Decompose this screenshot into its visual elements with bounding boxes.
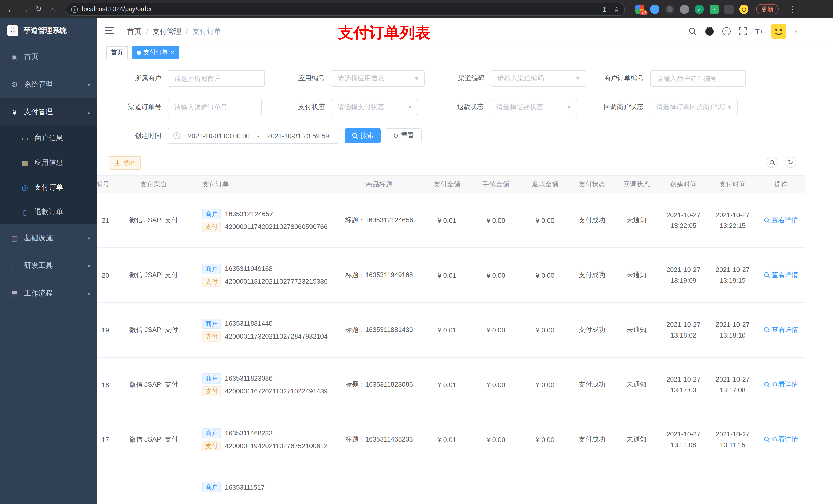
back-icon[interactable]: ← bbox=[4, 2, 18, 16]
sidebar-item-label: 应用信息 bbox=[34, 158, 90, 167]
extension-colorful-icon[interactable]: 10 bbox=[635, 5, 644, 14]
view-detail-link[interactable]: 查看详情 bbox=[764, 435, 798, 444]
forward-icon[interactable]: → bbox=[18, 2, 32, 16]
pay-order-cell: 商户16353111517 bbox=[197, 467, 336, 495]
app-logo[interactable]: 芋道管理系统 bbox=[0, 19, 97, 43]
chevron-down-icon: ▾ bbox=[88, 291, 90, 296]
select-placeholder: 请选择支付状态 bbox=[338, 102, 384, 112]
extension-emoji-icon[interactable] bbox=[739, 5, 748, 14]
actions-cell: 查看详情 bbox=[757, 270, 805, 280]
date-end: 2021-10-31 23:59:59 bbox=[263, 132, 334, 140]
sidebar-item-merchant-info[interactable]: ▭ 商户信息 bbox=[0, 126, 97, 150]
avatar[interactable] bbox=[771, 24, 786, 39]
sidebar-item-infra[interactable]: ▥ 基础设施 ▾ bbox=[0, 224, 97, 252]
github-icon[interactable] bbox=[705, 27, 714, 36]
view-detail-link[interactable]: 查看详情 bbox=[764, 216, 798, 225]
toggle-search-button[interactable] bbox=[766, 157, 778, 168]
font-size-icon[interactable]: TT bbox=[755, 27, 763, 35]
filter-app: 应用编号 请选择应用信息 ▾ bbox=[284, 70, 425, 87]
sidebar-item-workflow[interactable]: ▦ 工作流程 ▾ bbox=[0, 280, 97, 307]
merchant-tag: 商户 bbox=[203, 482, 221, 492]
pay-amount: ¥ 0.01 bbox=[423, 271, 471, 279]
export-button-label: 导出 bbox=[123, 159, 135, 167]
sidebar-item-payment[interactable]: ¥ 支付管理 ▴ bbox=[0, 98, 97, 126]
date-separator: - bbox=[257, 132, 260, 140]
view-detail-link[interactable]: 查看详情 bbox=[764, 325, 798, 334]
channel-code-select[interactable]: 请输入渠道编码 ▾ bbox=[491, 70, 586, 87]
merchant-input[interactable] bbox=[168, 70, 265, 87]
pay-status-select[interactable]: 请选择支付状态 ▾ bbox=[331, 99, 418, 115]
top-navbar: 首页 / 支付管理 / 支付订单 支付订单列表 ? bbox=[97, 19, 833, 44]
breadcrumb-pay-mgmt[interactable]: 支付管理 bbox=[153, 27, 181, 37]
create-time-range[interactable]: 2021-10-01 00:00:00 - 2021-10-31 23:59:5… bbox=[168, 127, 339, 144]
tab-label: 首页 bbox=[111, 48, 123, 57]
tab-pay-order[interactable]: 支付订单 × bbox=[132, 46, 179, 59]
extension-ring-icon[interactable] bbox=[665, 5, 674, 14]
merchant-order-no-input[interactable] bbox=[650, 70, 746, 87]
reset-button[interactable]: ↻ 重置 bbox=[386, 128, 422, 143]
sidebar-item-app-info[interactable]: ▦ 应用信息 bbox=[0, 150, 97, 175]
date-start: 2021-10-01 00:00:00 bbox=[184, 132, 254, 140]
fee-amount: ¥ 0.00 bbox=[471, 326, 521, 334]
table-row: 21 微信 JSAPI 支付 商户1635312124657 支付4200001… bbox=[97, 193, 805, 248]
browser-menu-icon[interactable]: ⋮ bbox=[788, 5, 796, 14]
sidebar-item-home[interactable]: ◉ 首页 bbox=[0, 43, 97, 71]
search-icon bbox=[764, 436, 770, 442]
update-button[interactable]: 更新 bbox=[756, 4, 779, 14]
merchant-card-icon: ▭ bbox=[21, 134, 29, 142]
close-icon[interactable]: × bbox=[171, 49, 174, 56]
app-window: 芋道管理系统 ◉ 首页 ⚙ 系统管理 ▾ ¥ 支付管理 ▴ ▭ 商户信息 bbox=[0, 19, 833, 504]
search-icon[interactable] bbox=[688, 27, 696, 35]
refund-doc-icon: ▯ bbox=[21, 208, 29, 216]
reload-icon[interactable]: ↻ bbox=[32, 2, 46, 16]
pay-no: 4200001181202110277723215336 bbox=[225, 278, 328, 285]
help-icon[interactable]: ? bbox=[722, 27, 730, 35]
pay-channel: 微信 JSAPI 支付 bbox=[110, 325, 197, 334]
extension-chat-icon[interactable]: ▪ bbox=[710, 5, 719, 14]
breadcrumb-home[interactable]: 首页 bbox=[127, 27, 141, 37]
actions-cell: 查看详情 bbox=[757, 216, 805, 225]
sidebar-item-pay-order[interactable]: ◎ 支付订单 bbox=[0, 175, 97, 200]
view-detail-link[interactable]: 查看详情 bbox=[764, 380, 798, 389]
extension-blue-icon[interactable] bbox=[650, 5, 659, 14]
chevron-down-icon: ▾ bbox=[408, 103, 411, 111]
sidebar-item-refund-order[interactable]: ▯ 退款订单 bbox=[0, 200, 97, 224]
bookmark-star-icon[interactable]: ☆ bbox=[614, 5, 619, 13]
extension-puzzle-icon[interactable] bbox=[724, 5, 734, 14]
export-button[interactable]: 导出 bbox=[109, 156, 141, 170]
extension-gray-icon[interactable] bbox=[680, 5, 689, 14]
refresh-table-button[interactable]: ↻ bbox=[785, 157, 796, 168]
select-placeholder: 请选择订单回调商户状态 bbox=[656, 102, 725, 112]
chevron-down-icon[interactable]: ▾ bbox=[794, 28, 797, 34]
share-icon[interactable]: ↥ bbox=[602, 5, 607, 13]
actions-cell: 查看详情 bbox=[757, 380, 805, 389]
refund-amount: ¥ 0.00 bbox=[521, 436, 570, 443]
hamburger-icon[interactable] bbox=[105, 27, 114, 37]
yen-icon: ¥ bbox=[10, 108, 19, 116]
col-channel: 支付渠道 bbox=[110, 179, 197, 189]
fullscreen-icon[interactable] bbox=[738, 27, 747, 35]
app-select[interactable]: 请选择应用信息 ▾ bbox=[331, 70, 425, 87]
search-button[interactable]: 搜索 bbox=[345, 128, 381, 143]
tab-home[interactable]: 首页 bbox=[106, 46, 127, 59]
refund-status-select[interactable]: 请选择退款状态 ▾ bbox=[490, 99, 577, 115]
pay-time: 2021-10-2713:18:10 bbox=[708, 319, 757, 341]
home-icon[interactable]: ⌂ bbox=[46, 2, 60, 16]
notify-status: 未通知 bbox=[614, 325, 659, 334]
fee-amount: ¥ 0.00 bbox=[471, 381, 521, 388]
merchant-no: 1635312124657 bbox=[225, 210, 273, 218]
extension-check-icon[interactable]: ✓ bbox=[695, 5, 704, 14]
channel-order-no-input[interactable] bbox=[168, 99, 262, 115]
active-dot-icon bbox=[137, 50, 141, 54]
rabbit-logo-icon bbox=[7, 25, 19, 37]
sidebar-item-system[interactable]: ⚙ 系统管理 ▾ bbox=[0, 71, 97, 98]
refresh-icon: ↻ bbox=[788, 159, 793, 166]
site-info-icon[interactable]: i bbox=[71, 6, 78, 13]
view-detail-link[interactable]: 查看详情 bbox=[764, 270, 798, 280]
clock-icon bbox=[173, 132, 180, 139]
url-bar[interactable]: i localhost:1024/pay/order ↥ ☆ bbox=[66, 3, 625, 16]
notify-status-select[interactable]: 请选择订单回调商户状态 ▾ bbox=[649, 99, 738, 115]
goods-title: 标题：1635311468233 bbox=[336, 435, 423, 444]
sidebar-item-devtools[interactable]: ▤ 研发工具 ▾ bbox=[0, 252, 97, 280]
create-time: 2021-10-2713:19:09 bbox=[659, 264, 708, 286]
